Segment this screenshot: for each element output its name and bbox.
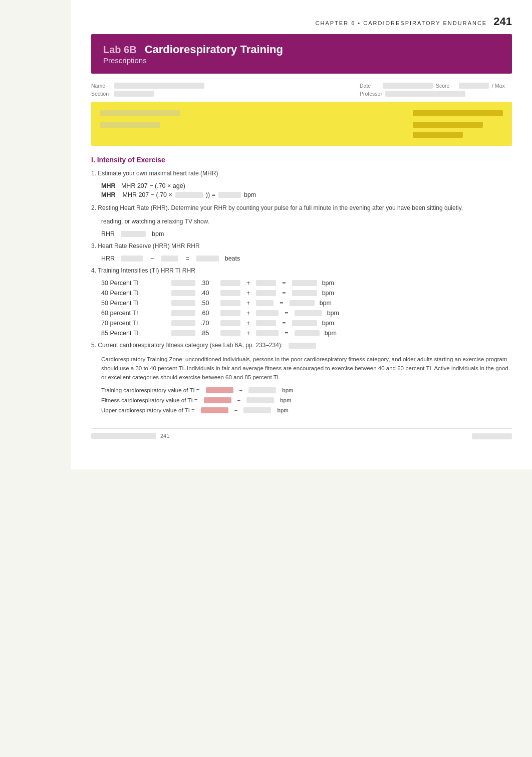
tz-row-1: Training cardiorespiratory value of TI =… [101,387,512,393]
item2-label2: reading, or watching a relaxing TV show. [101,217,512,226]
hrr-label: HRR [101,255,115,262]
ti-rhr-1 [256,290,276,296]
ti-rhr-4 [256,320,276,326]
rhr-unit: bpm [152,230,164,237]
item2: 2. Resting Heart Rate (RHR). Determine y… [91,203,512,237]
ti-result-4 [292,320,317,326]
age-value-blank [175,192,203,198]
ti-row-4: 70 percent TI .70 + = bpm [101,320,512,327]
ti-factor-1: .40 [200,290,215,297]
formula1-text: MHR 207 − (.70 × age) [121,182,185,189]
fitness-category-blank [289,343,316,349]
item3: 3. Heart Rate Reserve (HRR) MHR RHR HRR … [91,241,512,262]
ti-hrr-5 [171,330,195,336]
section-field-row: Section [91,91,204,97]
tz-label-2: Fitness cardiorespiratory value of TI = [101,397,198,403]
ti-label-0: 30 Percent TI [101,280,166,287]
item1-label: 1. Estimate your own maximal heart rate … [91,169,512,178]
item5-body: Cardiorespiratory Training Zone: uncondi… [101,355,512,382]
ti-rhr-0 [256,280,276,286]
hrr-unit: beats [225,255,240,262]
rhr-row: RHR bpm [101,230,512,237]
tz-val-1 [206,387,233,393]
name-value [114,83,204,89]
bottom-right-text [472,433,512,439]
item2-label: 2. Resting Heart Rate (RHR). Determine y… [91,203,512,213]
ti-product-3 [220,310,240,316]
tz-val-3 [201,407,228,413]
ti-label-2: 50 Percent TI [101,300,166,307]
professor-value [385,91,465,97]
ti-product-2 [220,300,240,306]
ti-row-0: 30 Percent TI .30 + = bpm [101,280,512,287]
bottom-nav: 241 [91,428,512,439]
ti-hrr-1 [171,290,195,296]
instruction-box [91,102,512,146]
ti-unit-5: bpm [325,330,337,337]
formula2-unit: bpm [244,191,256,198]
ti-factor-0: .30 [200,280,215,287]
ti-product-5 [220,330,240,336]
item5-label: 5. Current cardiorespiratory fitness cat… [91,341,512,350]
tz-label-3: Upper cardiorespiratory value of TI = [101,407,195,413]
ti-row-2: 50 Percent TI .50 + = bpm [101,300,512,307]
item4: 4. Training Intensities (TI) HRR TI RHR … [91,266,512,337]
ti-factor-2: .50 [200,300,215,307]
tz-label-1: Training cardiorespiratory value of TI = [101,387,200,393]
item1-formula1: MHR MHR 207 − (.70 × age) [101,182,512,189]
tz-row-2: Fitness cardiorespiratory value of TI = … [101,397,512,403]
tz-unit-1: bpm [282,387,293,393]
ti-hrr-0 [171,280,195,286]
ti-row-5: 85 Percent TI .85 + = bpm [101,330,512,337]
bottom-right [472,433,512,439]
rhr-label: RHR [101,230,115,237]
ti-product-1 [220,290,240,296]
instruction-left-text2 [100,122,160,128]
hrr-row: HRR − = beats [101,255,512,262]
instruction-left [100,109,180,129]
lab-banner: Lab 6B Cardiorespiratory Training Prescr… [91,34,512,74]
instruction-right-text2 [413,122,483,128]
chapter-header: CHAPTER 6 • CARDIORESPIRATORY ENDURANCE … [91,10,512,28]
date-label: Date [360,83,380,89]
ti-rhr-3 [256,310,279,316]
tz-range-val-2 [246,397,274,403]
ti-rhr-2 [256,300,274,306]
tz-val-2 [204,397,231,403]
formula2-suffix: )) = [206,191,215,198]
section-value [114,91,154,97]
date-value [383,83,433,89]
item1-formula2: MHR MHR 207 − (.70 × )) = bpm [101,191,512,198]
student-col-left: Name Section [91,83,204,97]
max-label: / Max [492,83,512,89]
student-col-right: Date Score / Max Professor [360,83,512,97]
chapter-label: CHAPTER 6 • CARDIORESPIRATORY ENDURANCE [316,20,487,26]
hrr-val2 [161,256,178,262]
score-value [459,83,489,89]
tz-range-3: − [234,407,238,413]
ti-hrr-3 [171,310,195,316]
ti-factor-5: .85 [200,330,215,337]
professor-field-row: Professor [360,91,512,97]
name-label: Name [91,83,111,89]
ti-result-5 [295,330,320,336]
ti-rows: 30 Percent TI .30 + = bpm 40 Percent TI … [91,280,512,337]
item4-label: 4. Training Intensities (TI) HRR TI RHR [91,266,512,276]
tz-range-1: − [239,387,243,393]
ti-unit-3: bpm [327,310,339,317]
ti-unit-2: bpm [320,300,332,307]
ti-hrr-4 [171,320,195,326]
hrr-result [196,256,219,262]
ti-product-4 [220,320,240,326]
section-label: Section [91,91,111,97]
item3-label: 3. Heart Rate Reserve (HRR) MHR RHR [91,241,512,251]
rhr-value-blank [121,231,146,237]
ti-result-1 [292,290,317,296]
ti-result-2 [290,300,315,306]
ti-row-3: 60 percent TI .60 + = bpm [101,310,512,317]
bottom-left-text [91,433,156,439]
ti-label-1: 40 Percent TI [101,290,166,297]
tz-range-2: − [237,397,241,403]
instruction-right-text1 [413,110,503,116]
tz-unit-2: bpm [280,397,291,403]
